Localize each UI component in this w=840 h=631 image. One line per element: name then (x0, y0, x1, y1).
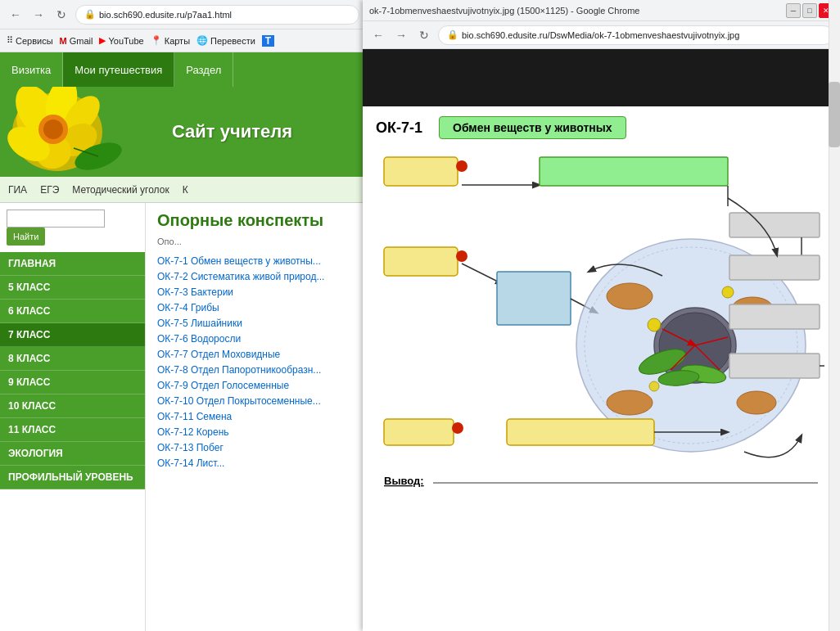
list-item: ОК-7-1 Обмен веществ у животны... (157, 255, 355, 267)
forward-button-right[interactable]: → (392, 26, 410, 44)
bookmark-youtube[interactable]: ▶ YouTube (99, 35, 143, 46)
link-ok71[interactable]: ОК-7-1 Обмен веществ у животны... (157, 255, 321, 267)
gmail-icon: M (60, 36, 67, 46)
bookmark-label-servisy: Сервисы (16, 36, 53, 46)
site-title: Сайт учителя (172, 121, 292, 142)
nav-tab-vizitka[interactable]: Визитка (0, 52, 63, 87)
sidebar-item-5klass[interactable]: 5 КЛАСС (0, 276, 145, 300)
diagram-main-label: Обмен веществ у животных (439, 116, 626, 139)
link-ok77[interactable]: ОК-7-7 Отдел Моховидные (157, 349, 280, 360)
bookmark-karty[interactable]: 📍 Карты (151, 35, 190, 46)
search-input[interactable] (7, 210, 105, 228)
chrome-toolbar-left: ← → ↻ 🔒 bio.sch690.edusite.ru/p7aa1.html (0, 0, 366, 29)
sidebar-item-profilny[interactable]: ПРОФИЛЬНЫЙ УРОВЕНЬ (0, 466, 145, 489)
sidebar-item-9klass[interactable]: 9 КЛАСС (0, 371, 145, 394)
forward-button[interactable]: → (29, 6, 47, 24)
svg-point-34 (648, 318, 661, 331)
svg-point-10 (43, 119, 63, 139)
svg-rect-48 (384, 419, 454, 445)
bookmark-label-karty: Карты (165, 36, 190, 46)
link-ok72[interactable]: ОК-7-2 Систематика живой природ... (157, 271, 324, 282)
svg-rect-16 (540, 157, 728, 186)
address-text-left: bio.sch690.edusite.ru/p7aa1.html (99, 10, 232, 20)
maps-icon: 📍 (151, 35, 162, 46)
list-item: ОК-7-6 Водоросли (157, 332, 355, 345)
svg-rect-18 (384, 247, 458, 276)
svg-point-37 (649, 381, 659, 391)
link-ok78[interactable]: ОК-7-8 Отдел Папоротникообразн... (157, 364, 321, 376)
link-ok73[interactable]: ОК-7-3 Бактерии (157, 286, 233, 298)
sidebar-item-glavnaya[interactable]: ГЛАВНАЯ (0, 252, 145, 276)
search-button[interactable]: Найти (7, 228, 45, 246)
svg-rect-41 (729, 304, 820, 329)
bookmark-t[interactable]: T (262, 35, 274, 47)
chrome-toolbar-right: ← → ↻ 🔒 bio.sch690.edusite.ru/DswMedia/o… (363, 21, 840, 49)
bookmarks-bar: ⠿ Сервисы M Gmail ▶ YouTube 📍 Карты 🌐 Пе… (0, 29, 366, 52)
grid-icon: ⠿ (7, 35, 13, 46)
sidebar: Найти ГЛАВНАЯ 5 КЛАСС 6 КЛАСС 7 КЛАСС 8 … (0, 203, 146, 631)
content-area: Опорные конспекты Опо... ОК-7-1 Обмен ве… (146, 203, 366, 631)
nav-tab-puteshestviya[interactable]: Мои путешествия (63, 52, 174, 87)
sec-nav-ege[interactable]: ЕГЭ (40, 184, 59, 196)
sec-nav-k[interactable]: К (183, 184, 188, 196)
address-bar-left[interactable]: 🔒 bio.sch690.edusite.ru/p7aa1.html (75, 5, 359, 25)
list-item: ОК-7-11 Семена (157, 410, 355, 422)
list-item: ОК-7-4 Грибы (157, 301, 355, 313)
sidebar-item-ekologiya[interactable]: ЭКОЛОГИЯ (0, 442, 145, 466)
left-browser-window: ← → ↻ 🔒 bio.sch690.edusite.ru/p7aa1.html… (0, 0, 367, 631)
youtube-icon: ▶ (99, 35, 106, 46)
link-ok710[interactable]: ОК-7-10 Отдел Покрытосеменные... (157, 395, 321, 407)
svg-point-35 (722, 286, 734, 298)
svg-point-27 (607, 390, 653, 415)
list-item: ОК-7-7 Отдел Моховидные (157, 348, 355, 360)
svg-rect-21 (497, 272, 571, 325)
address-bar-right[interactable]: 🔒 bio.sch690.edusite.ru/DswMedia/ok-7-1o… (438, 25, 833, 45)
scrollbar-track-right (829, 0, 840, 631)
link-ok74[interactable]: ОК-7-4 Грибы (157, 302, 219, 313)
svg-point-25 (607, 283, 653, 309)
translate-icon: 🌐 (196, 35, 208, 46)
back-button[interactable]: ← (7, 6, 25, 24)
svg-rect-42 (729, 354, 820, 378)
diagram-id: ОК-7-1 (376, 119, 422, 137)
bookmark-label-perevesti: Перевести (210, 36, 255, 46)
refresh-button[interactable]: ↻ (52, 6, 70, 24)
list-item: ОК-7-5 Лишайники (157, 317, 355, 329)
nav-tab-razdel[interactable]: Раздел (174, 52, 233, 87)
sidebar-item-10klass[interactable]: 10 КЛАСС (0, 394, 145, 418)
svg-rect-40 (729, 255, 820, 280)
maximize-button[interactable]: □ (802, 3, 817, 18)
sidebar-item-7klass[interactable]: 7 КЛАСС (0, 323, 145, 347)
flower-decoration (0, 87, 131, 177)
link-ok75[interactable]: ОК-7-5 Лишайники (157, 318, 242, 329)
sidebar-item-8klass[interactable]: 8 КЛАСС (0, 347, 145, 371)
link-ok79[interactable]: ОК-7-9 Отдел Голосеменные (157, 380, 289, 391)
lock-icon: 🔒 (84, 9, 96, 20)
list-item: ОК-7-14 Лист... (157, 457, 355, 469)
window-controls: ─ □ ✕ (786, 3, 833, 18)
back-button-right[interactable]: ← (369, 26, 387, 44)
window-title-right: ok-7-1obmenveshaestvujivotnуix.jpg (1500… (369, 6, 640, 16)
bookmark-gmail[interactable]: M Gmail (60, 36, 93, 46)
link-ok713[interactable]: ОК-7-13 Побег (157, 442, 224, 453)
list-item: ОК-7-2 Систематика живой природ... (157, 270, 355, 282)
link-ok76[interactable]: ОК-7-6 Водоросли (157, 333, 241, 345)
minimize-button[interactable]: ─ (786, 3, 801, 18)
scrollbar-thumb-right[interactable] (829, 82, 840, 147)
sidebar-item-6klass[interactable]: 6 КЛАСС (0, 300, 145, 323)
bookmark-label-gmail: Gmail (70, 36, 93, 46)
list-item: ОК-7-12 Корень (157, 426, 355, 438)
bookmark-servisy[interactable]: ⠿ Сервисы (7, 35, 53, 46)
link-ok711[interactable]: ОК-7-11 Семена (157, 411, 232, 422)
section-title: Опорные конспекты (157, 211, 355, 230)
address-text-right: bio.sch690.edusite.ru/DswMedia/ok-7-1obm… (462, 30, 739, 40)
refresh-button-right[interactable]: ↻ (415, 26, 433, 44)
sec-nav-metodicheskiy[interactable]: Методический уголок (72, 184, 169, 196)
sidebar-item-11klass[interactable]: 11 КЛАСС (0, 418, 145, 442)
sec-nav-gia[interactable]: ГИА (8, 184, 27, 196)
link-ok712[interactable]: ОК-7-12 Корень (157, 426, 229, 438)
svg-point-28 (737, 391, 776, 414)
link-ok714[interactable]: ОК-7-14 Лист... (157, 457, 224, 469)
svg-rect-13 (384, 157, 458, 186)
bookmark-perevesti[interactable]: 🌐 Перевести (196, 35, 255, 46)
